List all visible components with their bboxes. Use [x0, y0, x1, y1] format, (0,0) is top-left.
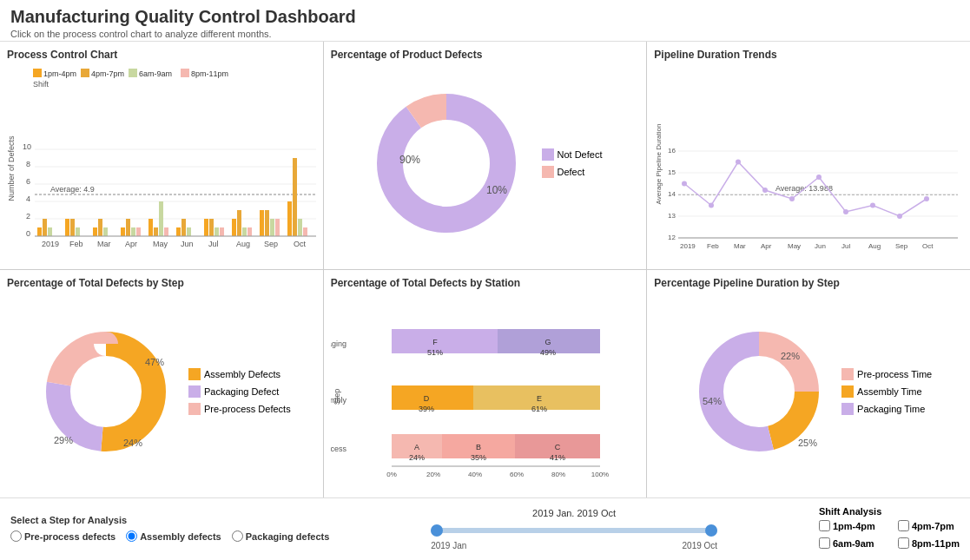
svg-point-94	[843, 209, 848, 214]
svg-rect-51	[260, 210, 264, 236]
shift-4pm-text: 4pm-7pm	[912, 521, 954, 531]
preprocess-time-label: Pre-process Time	[857, 369, 932, 379]
shift-6am-text: 6am-9am	[833, 538, 874, 549]
svg-text:D: D	[423, 394, 429, 403]
assembly-time-color	[841, 385, 854, 398]
preprocess-radio-label[interactable]: Pre-process defects	[10, 530, 115, 542]
shift-6am-label[interactable]: 6am-9am	[819, 537, 881, 549]
shift-1pm-checkbox[interactable]	[819, 520, 830, 531]
product-defects-title: Percentage of Product Defects	[331, 49, 640, 61]
defect-color	[542, 166, 554, 178]
slider-labels: 2019 Jan 2019 Oct	[431, 541, 717, 550]
svg-text:Mar: Mar	[734, 242, 746, 250]
assembly-time-label: Assembly Time	[857, 386, 922, 397]
svg-text:Assembly: Assembly	[331, 396, 346, 405]
slider-container[interactable]	[431, 522, 717, 539]
svg-text:54%: 54%	[703, 396, 722, 406]
svg-rect-57	[298, 219, 302, 236]
defects-by-station-title: Percentage of Total Defects by Station	[331, 277, 640, 289]
shift-8pm-label[interactable]: 8pm-11pm	[898, 537, 960, 549]
slider-handle-right[interactable]	[705, 524, 717, 537]
svg-text:E: E	[537, 394, 542, 403]
svg-text:60%: 60%	[510, 471, 524, 478]
svg-text:24%: 24%	[409, 453, 425, 462]
pipeline-trends-title: Pipeline Duration Trends	[654, 49, 963, 61]
svg-text:Apr: Apr	[761, 242, 772, 250]
svg-text:Jun: Jun	[815, 242, 826, 250]
svg-text:1pm-4pm: 1pm-4pm	[43, 69, 76, 78]
svg-text:90%: 90%	[399, 154, 419, 166]
svg-text:A: A	[414, 443, 419, 451]
preprocess-defects-label: Pre-process Defects	[204, 404, 291, 414]
shift-8pm-text: 8pm-11pm	[912, 538, 960, 549]
svg-rect-27	[70, 219, 75, 236]
svg-rect-34	[131, 227, 135, 236]
svg-rect-58	[303, 227, 307, 236]
svg-text:2019: 2019	[42, 240, 59, 248]
svg-rect-52	[265, 210, 269, 236]
svg-text:51%: 51%	[427, 348, 443, 357]
svg-rect-6	[181, 69, 189, 77]
svg-text:2: 2	[26, 212, 30, 221]
svg-text:16: 16	[668, 147, 676, 155]
assembly-radio[interactable]	[126, 530, 137, 542]
svg-text:47%: 47%	[145, 357, 164, 367]
svg-text:10: 10	[23, 142, 31, 151]
shift-analysis-label: Shift Analysis	[819, 506, 960, 517]
svg-text:10%: 10%	[485, 184, 506, 196]
svg-rect-47	[232, 219, 236, 236]
svg-rect-40	[176, 227, 181, 236]
svg-rect-24	[43, 219, 47, 236]
svg-rect-0	[33, 69, 42, 77]
svg-text:Average Pipeline Duration: Average Pipeline Duration	[655, 124, 663, 205]
shift-8pm-checkbox[interactable]	[898, 537, 909, 549]
svg-rect-35	[136, 227, 141, 236]
defects-by-step-title: Percentage of Total Defects by Step	[7, 277, 316, 289]
preprocess-radio-text: Pre-process defects	[24, 531, 115, 542]
svg-text:41%: 41%	[550, 453, 565, 462]
packaging-radio[interactable]	[232, 530, 243, 542]
defects-by-station-chart: Step Packaging F 51% G 49% Assembly D 39…	[331, 293, 640, 479]
svg-text:Jun: Jun	[181, 240, 194, 248]
svg-text:Sep: Sep	[264, 240, 278, 248]
shift-checkbox-group: 1pm-4pm 4pm-7pm 6am-9am 8pm-11pm	[819, 520, 960, 552]
assembly-defects-color	[188, 368, 201, 380]
header: Manufacturing Quality Control Dashboard …	[0, 0, 970, 42]
svg-rect-25	[48, 227, 52, 236]
packaging-time-label: Packaging Time	[857, 404, 925, 414]
svg-text:Aug: Aug	[868, 242, 881, 250]
shift-6am-checkbox[interactable]	[819, 537, 830, 549]
svg-rect-49	[242, 227, 247, 236]
svg-text:Aug: Aug	[236, 240, 250, 248]
process-control-panel[interactable]: Process Control Chart 1pm-4pm 4pm-7pm 6a…	[0, 42, 323, 269]
svg-point-92	[789, 196, 795, 201]
shift-1pm-text: 1pm-4pm	[833, 521, 875, 531]
preprocess-defects-color	[188, 403, 201, 415]
svg-text:May: May	[153, 240, 168, 248]
pipeline-by-step-title: Percentage Pipeline Duration by Step	[654, 277, 963, 289]
shift-4pm-label[interactable]: 4pm-7pm	[898, 520, 960, 531]
svg-rect-50	[247, 227, 252, 236]
charts-grid: Process Control Chart 1pm-4pm 4pm-7pm 6a…	[0, 42, 970, 497]
shift-1pm-label[interactable]: 1pm-4pm	[819, 520, 881, 531]
svg-text:Jul: Jul	[208, 240, 219, 248]
svg-rect-28	[76, 227, 80, 236]
shift-4pm-checkbox[interactable]	[898, 520, 909, 531]
svg-rect-56	[293, 158, 297, 236]
svg-rect-41	[181, 219, 186, 236]
svg-text:G: G	[544, 338, 551, 346]
svg-point-95	[870, 203, 875, 208]
svg-text:15: 15	[668, 168, 676, 176]
pipeline-by-step-legend: Pre-process Time Assembly Time Packaging…	[841, 368, 932, 415]
assembly-radio-label[interactable]: Assembly defects	[126, 530, 221, 542]
process-control-chart[interactable]: 1pm-4pm 4pm-7pm 6am-9am 8pm-11pm Number …	[7, 64, 316, 264]
preprocess-radio[interactable]	[10, 530, 22, 542]
slider-handle-left[interactable]	[431, 524, 443, 537]
pipeline-trends-panel: Pipeline Duration Trends Average Pipelin…	[647, 42, 970, 269]
packaging-radio-label[interactable]: Packaging defects	[232, 530, 330, 542]
packaging-defect-color	[188, 385, 201, 398]
svg-text:2019: 2019	[680, 242, 696, 250]
pipeline-by-step-donut: 25% 54% 22%	[685, 318, 833, 465]
svg-text:Oct: Oct	[922, 242, 934, 250]
svg-text:Feb: Feb	[707, 242, 719, 250]
